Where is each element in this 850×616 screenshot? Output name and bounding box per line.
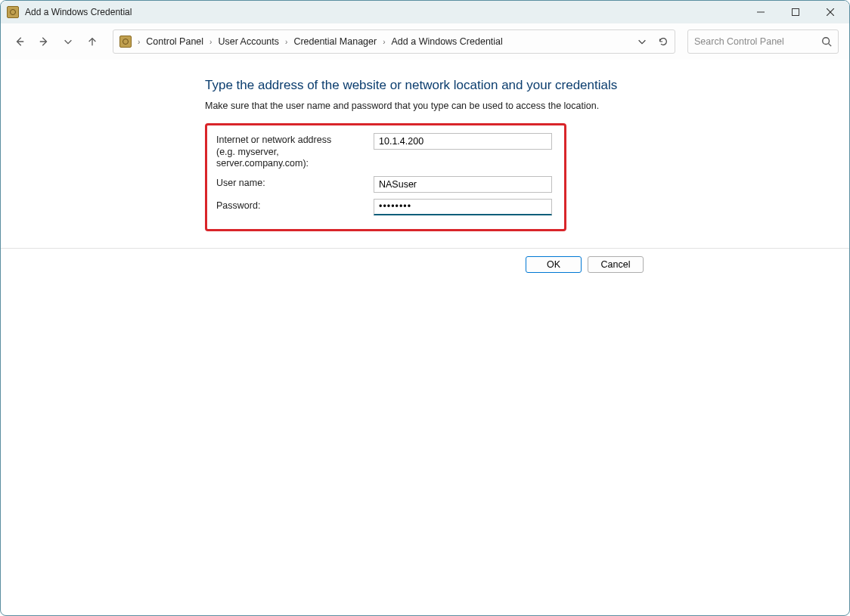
svg-line-5 <box>829 44 832 47</box>
search-icon <box>821 36 832 47</box>
nav-forward-button[interactable] <box>36 33 52 50</box>
svg-rect-1 <box>793 9 799 16</box>
titlebar: Add a Windows Credential <box>1 1 849 23</box>
breadcrumb-item[interactable]: Credential Manager <box>293 36 377 47</box>
page-heading: Type the address of the website or netwo… <box>205 78 749 93</box>
maximize-icon <box>792 8 799 16</box>
address-label: Internet or network address (e.g. myserv… <box>216 133 374 170</box>
password-label: Password: <box>216 199 374 212</box>
chevron-down-icon[interactable] <box>637 36 647 47</box>
toolbar: › Control Panel › User Accounts › Creden… <box>1 23 849 60</box>
nav-recent-button[interactable] <box>60 33 76 50</box>
page-subtext: Make sure that the user name and passwor… <box>205 101 749 111</box>
chevron-right-icon: › <box>383 38 385 46</box>
chevron-down-icon <box>63 36 73 47</box>
arrow-right-icon <box>39 36 49 47</box>
chevron-right-icon: › <box>138 38 140 46</box>
address-bar[interactable]: › Control Panel › User Accounts › Creden… <box>113 29 675 54</box>
search-box[interactable]: Search Control Panel <box>687 29 839 54</box>
search-placeholder: Search Control Panel <box>694 36 821 47</box>
close-button[interactable] <box>813 1 848 23</box>
breadcrumb-item[interactable]: User Accounts <box>218 36 279 47</box>
chevron-right-icon: › <box>285 38 287 46</box>
control-panel-icon <box>119 36 132 48</box>
minimize-button[interactable] <box>743 1 778 23</box>
nav-up-button[interactable] <box>84 33 101 50</box>
address-input[interactable] <box>374 133 552 150</box>
arrow-left-icon <box>14 36 25 47</box>
chevron-right-icon: › <box>209 38 212 46</box>
button-row: OK Cancel <box>1 249 849 273</box>
minimize-icon <box>757 8 765 16</box>
username-label: User name: <box>216 176 374 190</box>
close-icon <box>827 8 834 16</box>
password-input[interactable] <box>374 199 552 215</box>
username-input[interactable] <box>374 176 552 193</box>
arrow-up-icon <box>87 36 98 47</box>
breadcrumb-item[interactable]: Add a Windows Credential <box>392 36 503 47</box>
window-frame: Add a Windows Credential <box>0 0 850 616</box>
maximize-button[interactable] <box>778 1 813 23</box>
refresh-icon[interactable] <box>658 36 669 47</box>
cancel-button[interactable]: Cancel <box>588 256 644 273</box>
nav-back-button[interactable] <box>11 33 28 50</box>
svg-point-4 <box>823 38 830 45</box>
content-area: Type the address of the website or netwo… <box>1 60 849 615</box>
credential-form-highlight: Internet or network address (e.g. myserv… <box>205 123 566 231</box>
breadcrumb-item[interactable]: Control Panel <box>146 36 203 47</box>
window-title: Add a Windows Credential <box>25 7 743 17</box>
app-icon <box>7 6 19 18</box>
ok-button[interactable]: OK <box>526 256 582 273</box>
